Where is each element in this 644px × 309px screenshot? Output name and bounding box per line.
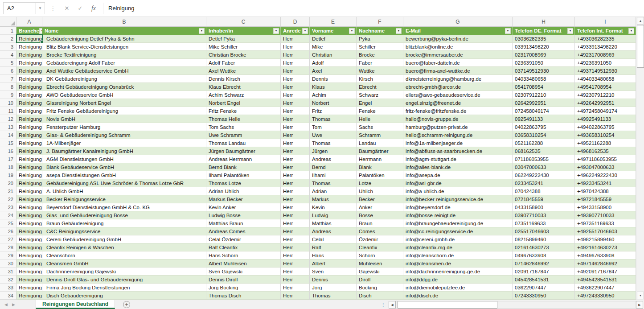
filter-dropdown-button[interactable]: ▼ (505, 28, 511, 34)
row-number-9[interactable]: 9 (0, 91, 16, 99)
row-number-26[interactable]: 26 (0, 227, 16, 235)
cell-D10[interactable]: Herr (281, 99, 310, 107)
scroll-up-button[interactable]: ▲ (637, 17, 644, 25)
cell-E19[interactable]: Ilhami (310, 171, 357, 179)
cell-F9[interactable]: Schwarz (357, 91, 403, 99)
cell-D7[interactable]: Herr (281, 75, 310, 83)
cell-G5[interactable]: buero@faber-datteln.de (403, 59, 513, 67)
cell-E31[interactable]: Sven (310, 268, 357, 276)
cell-F16[interactable]: Baumgärtner (357, 147, 403, 155)
cell-F31[interactable]: Gajewski (357, 268, 403, 276)
row-number-12[interactable]: 12 (0, 115, 16, 123)
cell-F10[interactable]: Engel (357, 99, 403, 107)
cell-G9[interactable]: eilers@awo-gebaeudeservice.de (403, 91, 513, 99)
cell-F26[interactable]: Comes (357, 227, 403, 235)
select-all-corner[interactable] (0, 17, 16, 26)
cell-C34[interactable]: Thomas Disch (206, 292, 281, 300)
row-number-32[interactable]: 32 (0, 276, 16, 284)
cell-A17[interactable]: Reinigung (16, 155, 42, 163)
cell-A18[interactable]: Reinigung (16, 163, 42, 171)
cell-I24[interactable]: +493907710033 (575, 211, 636, 219)
cell-B20[interactable]: Gebäudereinigung ASL Uwe Schröder & Thom… (42, 179, 206, 187)
cell-F27[interactable]: Özdemir (357, 235, 403, 243)
row-number-5[interactable]: 5 (0, 59, 16, 67)
cell-C11[interactable]: Fritz Fenske (206, 107, 281, 115)
cell-D25[interactable]: Herr (281, 219, 310, 227)
cell-F7[interactable]: Kirsch (357, 75, 403, 83)
header-cell-c1[interactable]: Inhaber/in▼ (206, 27, 281, 35)
cell-E14[interactable]: Uwe (310, 131, 357, 139)
cell-E28[interactable]: Ralf (310, 243, 357, 251)
row-number-8[interactable]: 8 (0, 83, 16, 91)
row-number-11[interactable]: 11 (0, 107, 16, 115)
cell-C21[interactable]: Adrian Uhlich (206, 187, 281, 195)
cell-D19[interactable]: Herr (281, 171, 310, 179)
header-cell-e1[interactable]: Vorname▼ (310, 27, 357, 35)
cell-D13[interactable]: Herr (281, 123, 310, 131)
cell-A16[interactable]: Reinigung (16, 147, 42, 155)
cell-C7[interactable]: Dennis Kirsch (206, 75, 281, 83)
cell-B15[interactable]: 1A-Milbenjäger (42, 139, 206, 147)
cell-B10[interactable]: Glasreinigung Norbert Engel (42, 99, 206, 107)
cell-H3[interactable]: 033913498220 (513, 43, 575, 51)
cell-D21[interactable]: Herr (281, 187, 310, 195)
cell-A15[interactable]: Reinigung (16, 139, 42, 147)
cell-H22[interactable]: 0721845559 (513, 195, 575, 203)
cell-I13[interactable]: +494022863795 (575, 123, 636, 131)
cell-G4[interactable]: brocke@immersauber.de (403, 51, 513, 59)
cell-H24[interactable]: 03907710033 (513, 211, 575, 219)
cell-A9[interactable]: Reinigung (16, 91, 42, 99)
cell-I18[interactable]: +493047000633 (575, 163, 636, 171)
cell-A3[interactable]: Reinigung (16, 43, 42, 51)
cell-G16[interactable]: info@abfluss-as-saarbruecken.de (403, 147, 513, 155)
cell-A28[interactable]: Reinigung (16, 243, 42, 251)
cell-G29[interactable]: info@cleanschorn.de (403, 251, 513, 260)
prev-sheet-button[interactable]: ◀ (4, 302, 8, 307)
cell-D26[interactable]: Herr (281, 227, 310, 235)
cell-G34[interactable]: info@disch.de (403, 292, 513, 300)
cell-I27[interactable]: +498215899460 (575, 235, 636, 243)
cell-I8[interactable]: +49541708954 (575, 83, 636, 91)
cell-C25[interactable]: Matthias Braun (206, 219, 281, 227)
cell-A6[interactable]: Reinigung (16, 67, 42, 75)
cell-G26[interactable]: info@cc-reinigungsservice.de (403, 227, 513, 235)
cell-H21[interactable]: 070424388 (513, 187, 575, 195)
cell-D22[interactable]: Herr (281, 195, 310, 203)
cell-F33[interactable]: Böcking (357, 284, 403, 292)
cell-D30[interactable]: Herr (281, 260, 310, 268)
row-number-6[interactable]: 6 (0, 67, 16, 75)
cell-I26[interactable]: +4925517046603 (575, 227, 636, 235)
enter-button[interactable]: ✓ (74, 3, 87, 14)
cell-G11[interactable]: fritz-fenske@fritzfenske.de (403, 107, 513, 115)
tab-area-resize-handle[interactable]: ⋮ (381, 300, 386, 309)
cell-H11[interactable]: 072458049174 (513, 107, 575, 115)
row-number-10[interactable]: 10 (0, 99, 16, 107)
cell-F19[interactable]: Palantöken (357, 171, 403, 179)
cell-I23[interactable]: +49433158900 (575, 203, 636, 211)
cell-B19[interactable]: asepa Dienstleistungen GmbH (42, 171, 206, 179)
cell-H19[interactable]: 062249222430 (513, 171, 575, 179)
cell-H27[interactable]: 08215899460 (513, 235, 575, 243)
cell-E4[interactable]: Christian (310, 51, 357, 59)
cell-I21[interactable]: +4970424388 (575, 187, 636, 195)
cell-B9[interactable]: AWO Gebäudeservice GmbH (42, 91, 206, 99)
header-cell-g1[interactable]: E-Mail▼ (403, 27, 513, 35)
cell-F29[interactable]: Schorn (357, 251, 403, 260)
cell-E23[interactable]: Kevin (310, 203, 357, 211)
row-number-7[interactable]: 7 (0, 75, 16, 83)
header-cell-d1[interactable]: Anrede▼ (281, 27, 310, 35)
header-cell-f1[interactable]: Nachname▼ (357, 27, 403, 35)
cell-D33[interactable]: Herr (281, 284, 310, 292)
cell-I28[interactable]: +4921614630273 (575, 243, 636, 251)
horizontal-scrollbar[interactable]: ◀ ▶ (389, 301, 644, 309)
cell-I12[interactable]: +49925491133 (575, 115, 636, 123)
column-header-e[interactable]: E (310, 17, 357, 26)
cell-A20[interactable]: Reinigung (16, 179, 42, 187)
cell-B25[interactable]: Braun Gebäudereinigung (42, 219, 206, 227)
cell-I9[interactable]: +492307912210 (575, 91, 636, 99)
cell-H5[interactable]: 0236391050 (513, 59, 575, 67)
cell-F2[interactable]: Pyka (357, 35, 403, 43)
cell-B4[interactable]: Brocke Textilreinigung (42, 51, 206, 59)
cell-G2[interactable]: bewerbung@pyka-berlin.de (403, 35, 513, 43)
cell-C26[interactable]: Andreas Comes (206, 227, 281, 235)
